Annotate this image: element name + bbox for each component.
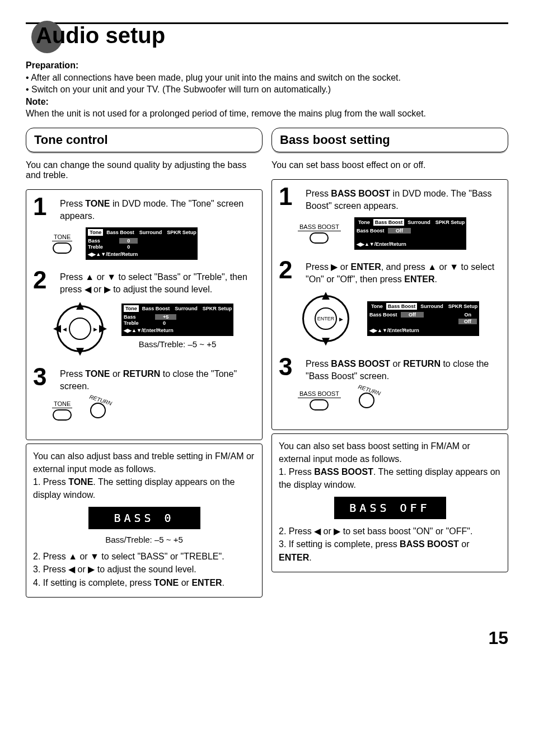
bass-boost-button-label: BASS BOOST: [298, 223, 341, 231]
tone-follow-p3: 2. Press ▲ or ▼ to select "BASS" or "TRE…: [33, 550, 255, 563]
tone-step1-text: Press TONE in DVD mode. The "Tone" scree…: [60, 195, 255, 222]
tone-display-window: BASS 0: [88, 507, 200, 529]
dpad-icon: ◀▶: [52, 301, 108, 357]
bass-step3-text: Press BASS BOOST or RETURN to close the …: [306, 356, 501, 382]
tone-follow-p5: 4. If setting is complete, press TONE or…: [33, 576, 255, 589]
tone-follow-box: You can also adjust bass and treble sett…: [26, 444, 263, 598]
bass-follow-p3: 2. Press ◀ or ▶ to set bass boost "ON" o…: [279, 525, 501, 538]
osd-tab-tone: Tone: [88, 229, 103, 236]
bass-follow-p1: You can also set bass boost setting in F…: [279, 440, 501, 465]
tone-osd-2: Tone Bass Boost Surround SPKR Setup Bass…: [121, 304, 233, 336]
bass-display-window: BASS OFF: [334, 497, 446, 519]
page-title: Audio setup: [26, 23, 508, 48]
return-button-icon: RETURN: [86, 398, 110, 423]
tone-control-heading: Tone control: [26, 128, 263, 152]
tone-button-icon-2: TONE: [52, 400, 72, 421]
tone-steps-box: 1 Press TONE in DVD mode. The "Tone" scr…: [26, 189, 263, 440]
note-heading: Note:: [26, 96, 508, 108]
bass-boost-lead: You can set bass boost effect on or off.: [271, 160, 508, 170]
bass-boost-button-icon-2: BASS BOOST: [298, 390, 341, 410]
step-number-2: 2: [33, 269, 53, 291]
page-title-bar: Audio setup: [26, 22, 508, 49]
step-number-1: 1: [279, 185, 299, 208]
tone-follow-range: Bass/Treble: –5 ~ +5: [33, 535, 255, 544]
tone-control-lead: You can change the sound quality by adju…: [26, 160, 263, 180]
bass-boost-button-icon: BASS BOOST: [298, 223, 341, 244]
bass-follow-box: You can also set bass boost setting in F…: [271, 433, 508, 572]
preparation-line-2: • Switch on your unit and your TV. (The …: [26, 83, 508, 96]
bass-step1-text: Press BASS BOOST in DVD mode. The "Bass …: [306, 185, 501, 212]
tone-follow-p2: 1. Press TONE. The setting display appea…: [33, 475, 255, 501]
preparation-line-1: • After all connections have been made, …: [26, 72, 508, 84]
step-number-3: 3: [33, 366, 53, 388]
step-number-2: 2: [279, 259, 299, 281]
preparation-heading: Preparation:: [26, 59, 508, 72]
return-button-icon: RETURN: [354, 388, 379, 413]
bass-follow-p4: 3. If setting is complete, press BASS BO…: [279, 538, 501, 563]
step-number-3: 3: [279, 356, 299, 378]
dpad-enter-icon: ENTER ▶: [298, 291, 354, 347]
bass-follow-p2: 1. Press BASS BOOST. The setting display…: [279, 465, 501, 491]
osd-tab-surround: Surround: [138, 229, 164, 236]
note-line: When the unit is not used for a prolonge…: [26, 108, 508, 120]
intro-block: Preparation: • After all connections hav…: [26, 59, 508, 120]
osd-tab-bassboost: Bass Boost: [105, 229, 136, 236]
page-number: 15: [26, 628, 508, 648]
bass-osd-1: Tone Bass Boost Surround SPKR Setup Bass…: [354, 217, 466, 250]
tone-osd-1: Tone Bass Boost Surround SPKR Setup Bass…: [86, 227, 198, 260]
tone-control-column: Tone control You can change the sound qu…: [26, 128, 263, 601]
tone-step2-text: Press ▲ or ▼ to select "Bass" or "Treble…: [60, 269, 255, 295]
step-number-1: 1: [33, 195, 53, 218]
tone-step3-text: Press TONE or RETURN to close the "Tone"…: [60, 366, 255, 392]
tone-range: Bass/Treble: –5 ~ +5: [121, 339, 233, 349]
tone-button-label: TONE: [52, 234, 72, 241]
bass-boost-heading: Bass boost setting: [271, 128, 508, 152]
osd-tab-spkr: SPKR Setup: [165, 229, 198, 236]
bass-step2-text: Press ▶ or ENTER, and press ▲ or ▼ to se…: [306, 259, 501, 285]
tone-button-icon: TONE: [52, 234, 72, 254]
bass-boost-column: Bass boost setting You can set bass boos…: [271, 128, 508, 601]
bass-osd-2: Tone Bass Boost Surround SPKR Setup Bass…: [367, 301, 479, 336]
tone-follow-p4: 3. Press ◀ or ▶ to adjust the sound leve…: [33, 563, 255, 576]
bass-steps-box: 1 Press BASS BOOST in DVD mode. The "Bas…: [271, 179, 508, 430]
tone-follow-p1: You can also adjust bass and treble sett…: [33, 450, 255, 475]
